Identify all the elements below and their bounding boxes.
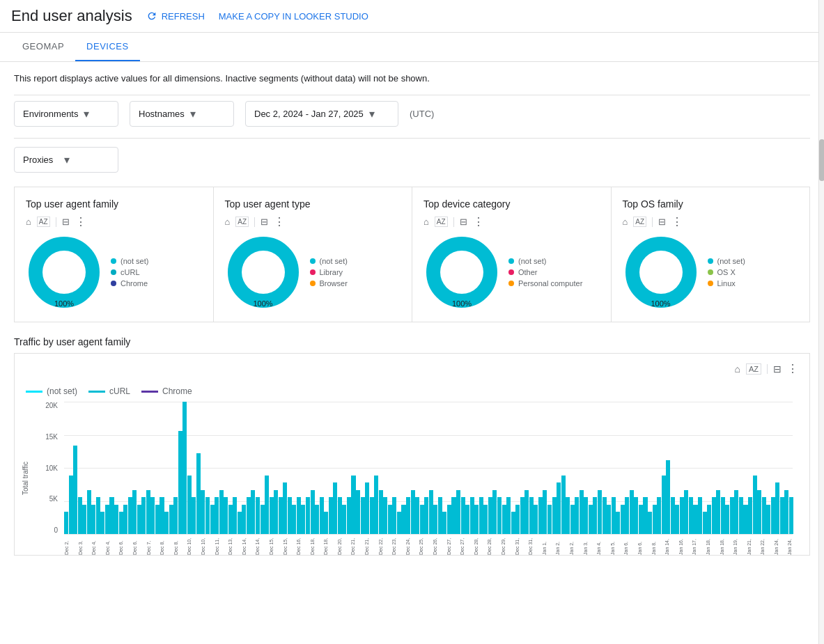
chart-bar: [160, 497, 164, 534]
chart-bar: [703, 512, 707, 534]
chart-bar: [370, 497, 374, 534]
chart-bar: [301, 505, 305, 534]
home-icon[interactable]: ⌂: [423, 217, 429, 227]
filter-icon[interactable]: ⊟: [460, 217, 467, 227]
more-icon[interactable]: ⋮: [473, 215, 484, 228]
home-icon[interactable]: ⌂: [734, 363, 740, 375]
chart-bar: [424, 497, 428, 534]
x-axis-label: [683, 534, 687, 555]
environments-filter[interactable]: Environments ▾: [14, 101, 118, 127]
x-axis-label: [341, 534, 346, 555]
chart-bar: [616, 512, 620, 534]
chart-title: Top device category: [423, 198, 600, 210]
legend-label: (not set): [121, 257, 148, 265]
chart-card-os-family: Top OS family ⌂ AZ ⊟ ⋮ 100%(not set)OS X…: [612, 187, 810, 322]
chart-bar: [693, 505, 697, 534]
home-icon[interactable]: ⌂: [225, 217, 231, 227]
az-sort-icon[interactable]: AZ: [633, 217, 646, 227]
y-axis-tick: 15K: [26, 433, 61, 441]
legend-label: Browser: [320, 279, 348, 288]
legend-line: [141, 391, 158, 393]
filter-icon[interactable]: ⊟: [62, 217, 70, 227]
x-axis-label: [305, 534, 310, 555]
chart-bar: [789, 497, 793, 534]
chart-bar: [739, 497, 743, 534]
chart-bar: [433, 505, 437, 534]
x-axis-label: Dec 18, 2024, 11PM: [323, 534, 328, 555]
chart-bar: [630, 490, 634, 534]
filter-icon[interactable]: ⊟: [773, 363, 782, 375]
chart-bar: [342, 505, 346, 534]
chart-bar: [279, 497, 283, 534]
x-axis-label: [109, 534, 114, 555]
date-range-filter[interactable]: Dec 2, 2024 - Jan 27, 2025 ▾: [245, 101, 398, 127]
legend-dot: [508, 269, 514, 275]
x-axis-label: [355, 534, 360, 555]
tab-geomap[interactable]: GEOMAP: [11, 33, 75, 61]
separator: [453, 217, 454, 227]
chart-title: Top OS family: [623, 198, 799, 210]
az-icon[interactable]: AZ: [746, 363, 761, 375]
chart-bar: [137, 505, 141, 534]
refresh-button[interactable]: REFRESH: [146, 10, 205, 22]
chart-bar: [753, 476, 757, 534]
x-axis-label: [674, 534, 678, 555]
az-sort-icon[interactable]: AZ: [37, 217, 50, 227]
az-sort-icon[interactable]: AZ: [435, 217, 448, 227]
chart-bar: [748, 497, 752, 534]
legend-label: Other: [518, 268, 538, 276]
chart-bar: [743, 505, 747, 534]
legend-label: Chrome: [162, 386, 192, 396]
scrollbar[interactable]: [818, 0, 824, 567]
chart-bar: [155, 505, 160, 534]
proxies-filter[interactable]: Proxies ▾: [14, 147, 118, 173]
chart-bar: [534, 505, 538, 534]
chevron-down-icon: ▾: [369, 107, 375, 120]
x-axis-label: [382, 534, 387, 555]
more-icon[interactable]: ⋮: [274, 215, 285, 228]
chart-bar: [297, 497, 301, 534]
x-axis-label: [778, 534, 783, 555]
tab-devices[interactable]: DEVICES: [75, 33, 140, 61]
home-icon[interactable]: ⌂: [623, 217, 628, 227]
x-axis-label: Dec 26, 2024, 4PM: [433, 534, 437, 555]
chevron-down-icon: ▾: [84, 107, 89, 120]
chart-bar: [634, 497, 638, 534]
legend-item: (not set): [310, 257, 348, 265]
filter-icon[interactable]: ⊟: [658, 217, 666, 227]
chart-bar: [388, 505, 392, 534]
x-axis-label: Jan 24, 2025, 6PM: [787, 534, 792, 555]
chart-area-wrap: 20K15K10K5K0 Total traffic Dec 2, 2024, …: [64, 402, 793, 555]
scrollbar-thumb[interactable]: [819, 139, 824, 181]
x-axis-label: Jan 2, 2025, 5PM: [569, 534, 574, 555]
chart-bar: [612, 497, 616, 534]
y-axis-tick: 5K: [26, 495, 61, 503]
legend-dot: [508, 281, 514, 286]
chart-bar: [233, 497, 237, 534]
donut-container: 100%(not set)OtherPersonal computer: [423, 234, 600, 311]
x-axis-labels: Dec 2, 2024, 12AMDec 3, 2024, 7AMDec 4, …: [64, 534, 793, 555]
home-icon[interactable]: ⌂: [26, 217, 31, 227]
hostnames-filter[interactable]: Hostnames ▾: [130, 101, 234, 127]
x-axis-label: [196, 534, 201, 555]
copy-button[interactable]: MAKE A COPY IN LOOKER STUDIO: [219, 11, 368, 22]
more-icon[interactable]: ⋮: [787, 362, 798, 375]
legend-item: Browser: [310, 279, 348, 288]
x-axis-label: [451, 534, 456, 555]
more-icon[interactable]: ⋮: [75, 215, 86, 228]
chart-bar: [265, 476, 269, 534]
chart-bar: [721, 497, 725, 534]
chart-bar: [538, 497, 543, 534]
chart-bar: [488, 497, 492, 534]
az-sort-icon[interactable]: AZ: [235, 217, 249, 227]
filter-icon[interactable]: ⊟: [261, 217, 268, 227]
legend-label: Chrome: [121, 279, 148, 288]
chart-bar: [515, 505, 520, 534]
chart-bar: [712, 497, 716, 534]
chart-bar: [192, 497, 196, 534]
y-axis-tick: 10K: [26, 464, 61, 472]
x-axis-label: Dec 29, 2024, 4AM: [501, 534, 506, 555]
more-icon[interactable]: ⋮: [671, 215, 683, 228]
x-axis-label: [127, 534, 132, 555]
legend-dot: [708, 281, 713, 286]
